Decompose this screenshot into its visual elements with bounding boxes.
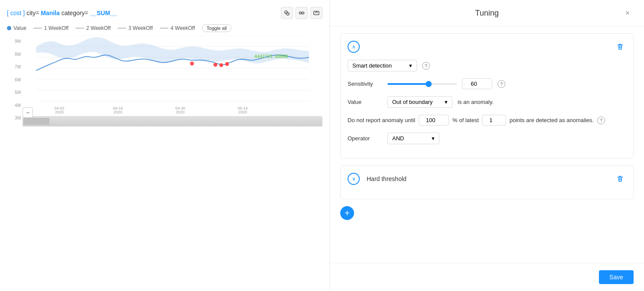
operator-label: Operator — [348, 135, 382, 142]
report-row: Do not report anomaly until % of latest … — [348, 115, 605, 126]
y-8m: 8M — [15, 52, 21, 57]
detection-method-select[interactable]: Smart detection ▾ — [348, 60, 417, 71]
trash-icon — [616, 43, 624, 51]
legend-4weekoff: 4 WeekOff — [160, 25, 195, 31]
chart-icons — [281, 7, 322, 19]
zoom-minus-button[interactable]: − — [23, 107, 33, 118]
tuning-body: ∧ Smart detection ▾ ? Sensitivity — [330, 26, 644, 263]
y-3m: 3M — [15, 116, 21, 120]
smart-detection-header: ∧ — [348, 41, 626, 53]
smart-detection-section: ∧ Smart detection ▾ ? Sensitivity — [340, 33, 634, 158]
anomaly-dot-2 — [214, 63, 218, 67]
chart-with-yaxis: 9M 8M 7M 6M 5M 4M 3M — [7, 36, 322, 131]
scrollbar-area[interactable] — [23, 116, 322, 126]
chart-panel: [ cost ] city= Manila category= __SUM__ … — [0, 0, 329, 291]
add-condition-button[interactable]: + — [340, 206, 354, 220]
sensitivity-label: Sensitivity — [348, 81, 382, 87]
legend-line-3weekoff — [117, 28, 126, 29]
legend-value: Value — [7, 25, 26, 31]
x-label-4b: 2020 — [238, 110, 247, 113]
report-help-icon[interactable]: ? — [597, 116, 605, 124]
tuning-title: Tuning — [352, 9, 621, 18]
detection-method-help-icon[interactable]: ? — [422, 62, 430, 70]
legend-1weekoff: 1 WeekOff — [33, 25, 68, 31]
legend-label-3weekoff: 3 WeekOff — [128, 25, 153, 31]
scrollbar-track — [23, 116, 322, 126]
sensitivity-help-icon[interactable]: ? — [498, 80, 505, 88]
y-axis: 9M 8M 7M 6M 5M 4M 3M — [7, 36, 23, 131]
detection-method-label: Smart detection — [352, 62, 392, 69]
value-anomaly-row: Value Out of boundary ▾ is an anomaly. — [348, 96, 626, 108]
chart-header: [ cost ] city= Manila category= __SUM__ — [7, 7, 322, 19]
y-9m: 9M — [15, 39, 21, 44]
smart-detection-collapse-btn[interactable]: ∧ — [348, 41, 360, 53]
tuning-header: Tuning × — [330, 0, 644, 26]
title-city-label: city= — [26, 10, 39, 16]
chart-legend: Value 1 WeekOff 2 WeekOff 3 WeekOff 4 We… — [7, 24, 322, 32]
operator-row: Operator AND ▾ — [348, 133, 626, 144]
chart-svg: 4442723.60000 04-02 2020 04-16 2020 04-3… — [23, 36, 322, 113]
value-chevron-down-icon: ▾ — [445, 99, 448, 105]
scrollbar-thumb[interactable] — [23, 118, 49, 125]
svg-point-3 — [299, 12, 302, 14]
hard-threshold-label: Hard threshold — [367, 175, 407, 182]
collapse-down-icon: ∨ — [352, 176, 356, 182]
sensitivity-number-input[interactable] — [462, 78, 492, 89]
close-button[interactable]: × — [621, 7, 634, 19]
hard-threshold-trash-icon — [616, 175, 624, 183]
icon-btn-3[interactable] — [310, 7, 322, 19]
operator-chevron-icon: ▾ — [432, 135, 435, 142]
icon-btn-2[interactable] — [296, 7, 308, 19]
chevron-down-icon: ▾ — [409, 62, 412, 69]
operator-select[interactable]: AND ▾ — [387, 133, 439, 144]
y-7m: 7M — [15, 65, 21, 69]
x-label-2b: 2020 — [114, 110, 122, 113]
tuning-panel: Tuning × ∧ Smart detection ▾ ? — [329, 0, 644, 291]
legend-line-1weekoff — [33, 28, 42, 29]
title-category-value: __SUM__ — [90, 10, 117, 16]
legend-2weekoff: 2 WeekOff — [75, 25, 111, 31]
zoom-minus-icon: − — [26, 109, 29, 116]
report-points-input[interactable] — [482, 115, 506, 126]
y-5m: 5M — [15, 90, 21, 95]
smart-detection-delete-btn[interactable] — [614, 41, 626, 53]
title-category-label: category= — [62, 10, 88, 16]
detection-method-row: Smart detection ▾ ? — [348, 60, 626, 71]
title-bracket: [ cost ] — [7, 10, 25, 16]
report-anomaly-row: Do not report anomaly until % of latest … — [348, 115, 626, 126]
hard-threshold-delete-btn[interactable] — [614, 173, 626, 185]
legend-dot-value — [7, 26, 11, 30]
out-of-boundary-select[interactable]: Out of boundary ▾ — [387, 96, 452, 108]
anomaly-dot-4 — [225, 62, 229, 66]
legend-line-2weekoff — [75, 28, 84, 29]
collapse-up-icon: ∧ — [352, 44, 356, 50]
anomaly-dot-1 — [190, 61, 194, 65]
icon-btn-1[interactable] — [281, 7, 293, 19]
hard-threshold-header: ∨ Hard threshold — [348, 173, 626, 185]
toggle-all-button[interactable]: Toggle all — [202, 24, 231, 32]
tuning-footer: Save — [330, 263, 644, 291]
title-city-value: Manila — [41, 10, 60, 16]
legend-label-value: Value — [13, 25, 26, 31]
anomaly-dot-3 — [219, 63, 223, 67]
operator-value: AND — [392, 135, 404, 142]
out-of-boundary-label: Out of boundary — [392, 99, 433, 105]
report-label: Do not report anomaly until — [348, 117, 415, 123]
legend-3weekoff: 3 WeekOff — [117, 25, 153, 31]
report-percent-input[interactable] — [419, 115, 449, 126]
hard-threshold-collapse-btn[interactable]: ∨ — [348, 173, 360, 185]
anomaly-text: is an anomaly. — [458, 99, 494, 105]
y-6m: 6M — [15, 78, 21, 82]
report-suffix: points are detected as anomalies. — [510, 117, 594, 123]
add-icon: + — [345, 208, 350, 218]
value-label: Value — [348, 99, 382, 105]
tooltip-value: 4442723.60000 — [254, 54, 288, 59]
save-button[interactable]: Save — [599, 270, 634, 284]
svg-point-4 — [302, 12, 304, 14]
legend-line-4weekoff — [160, 28, 169, 29]
legend-label-2weekoff: 2 WeekOff — [86, 25, 111, 31]
y-4m: 4M — [15, 103, 21, 108]
chart-title: [ cost ] city= Manila category= __SUM__ — [7, 10, 117, 16]
hard-threshold-title-area: ∨ Hard threshold — [348, 173, 407, 185]
sensitivity-slider[interactable] — [387, 83, 457, 85]
